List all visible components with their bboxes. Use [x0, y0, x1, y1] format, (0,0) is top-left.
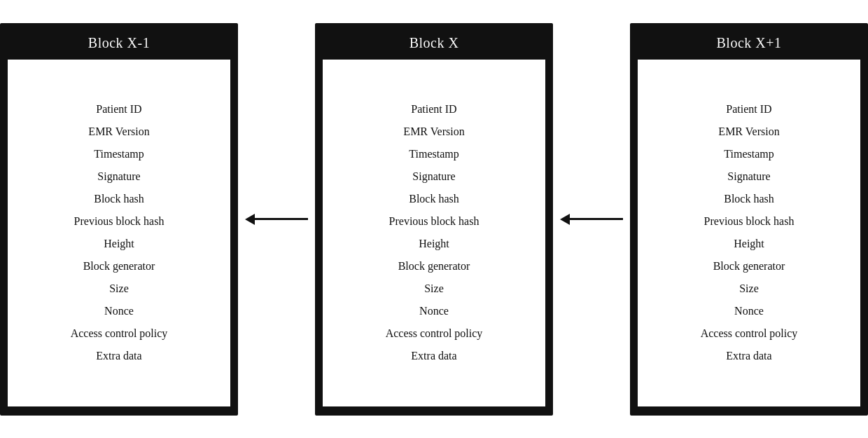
field-size-1: Size — [323, 278, 545, 300]
block-x-plus-1: Block X+1 Patient ID EMR Version Timesta… — [630, 23, 868, 416]
field-extra-data-2: Extra data — [638, 345, 860, 367]
field-patient-id-1: Patient ID — [323, 98, 545, 121]
block-x-title: Block X — [317, 25, 551, 60]
block-x-plus-1-inner: Patient ID EMR Version Timestamp Signatu… — [638, 60, 860, 406]
field-timestamp-2: Timestamp — [638, 143, 860, 165]
field-signature-2: Signature — [638, 165, 860, 188]
field-emr-version-0: EMR Version — [8, 121, 230, 143]
arrow-2-line — [570, 218, 623, 220]
block-x: Block X Patient ID EMR Version Timestamp… — [315, 23, 553, 416]
field-block-hash-1: Block hash — [323, 188, 545, 210]
field-size-2: Size — [638, 278, 860, 300]
field-signature-0: Signature — [8, 165, 230, 188]
field-timestamp-1: Timestamp — [323, 143, 545, 165]
field-nonce-2: Nonce — [638, 300, 860, 322]
block-x-minus-1-title: Block X-1 — [2, 25, 236, 60]
field-block-generator-2: Block generator — [638, 255, 860, 278]
block-x-minus-1: Block X-1 Patient ID EMR Version Timesta… — [0, 23, 238, 416]
field-height-0: Height — [8, 233, 230, 255]
blockchain-diagram: Block X-1 Patient ID EMR Version Timesta… — [14, 16, 854, 423]
field-height-1: Height — [323, 233, 545, 255]
field-size-0: Size — [8, 278, 230, 300]
field-prev-block-hash-2: Previous block hash — [638, 210, 860, 233]
arrow-2-head — [560, 214, 570, 225]
arrow-1-head — [245, 214, 255, 225]
arrow-2 — [553, 214, 630, 225]
block-x-plus-1-title: Block X+1 — [632, 25, 866, 60]
block-x-inner: Patient ID EMR Version Timestamp Signatu… — [323, 60, 545, 406]
field-access-control-1: Access control policy — [323, 322, 545, 345]
field-timestamp-0: Timestamp — [8, 143, 230, 165]
arrow-1 — [238, 214, 315, 225]
arrow-2-shape — [560, 214, 623, 225]
field-block-generator-0: Block generator — [8, 255, 230, 278]
field-extra-data-0: Extra data — [8, 345, 230, 367]
field-nonce-0: Nonce — [8, 300, 230, 322]
field-nonce-1: Nonce — [323, 300, 545, 322]
field-emr-version-1: EMR Version — [323, 121, 545, 143]
field-access-control-0: Access control policy — [8, 322, 230, 345]
field-block-hash-2: Block hash — [638, 188, 860, 210]
field-patient-id-0: Patient ID — [8, 98, 230, 121]
field-extra-data-1: Extra data — [323, 345, 545, 367]
field-signature-1: Signature — [323, 165, 545, 188]
field-block-hash-0: Block hash — [8, 188, 230, 210]
field-prev-block-hash-1: Previous block hash — [323, 210, 545, 233]
field-access-control-2: Access control policy — [638, 322, 860, 345]
field-prev-block-hash-0: Previous block hash — [8, 210, 230, 233]
field-patient-id-2: Patient ID — [638, 98, 860, 121]
field-block-generator-1: Block generator — [323, 255, 545, 278]
arrow-1-shape — [245, 214, 308, 225]
field-height-2: Height — [638, 233, 860, 255]
arrow-1-line — [255, 218, 308, 220]
field-emr-version-2: EMR Version — [638, 121, 860, 143]
block-x-minus-1-inner: Patient ID EMR Version Timestamp Signatu… — [8, 60, 230, 406]
